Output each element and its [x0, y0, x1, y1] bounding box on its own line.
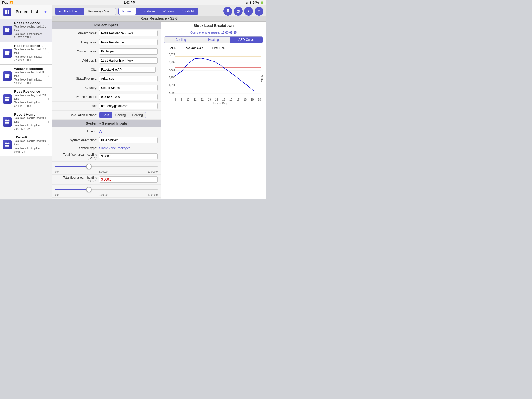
form-row-calc-method: Calculation method: Both Cooling Heating — [52, 111, 161, 120]
sidebar-item[interactable]: Ross Residence Total block cooling load:… — [0, 88, 52, 110]
room-by-room-mode-button[interactable]: Room-by-Room — [84, 8, 116, 15]
system-desc-input[interactable] — [99, 137, 158, 143]
chart-subtitle: Comprehensive results: 13:03 07-15 — [161, 30, 266, 35]
chart-tab-aed[interactable]: AED Curve — [230, 37, 263, 43]
tab-window[interactable]: Window — [159, 8, 178, 15]
info-button[interactable]: i — [244, 7, 253, 16]
email-label: Email: — [55, 104, 99, 108]
tab-envelope[interactable]: Envelope — [137, 8, 158, 15]
x-label: 13 — [208, 98, 211, 101]
phone-input[interactable] — [99, 94, 158, 100]
sidebar-item-content: Walker Residence Total block cooling loa… — [14, 67, 46, 85]
chart-tab-heating[interactable]: Heating — [197, 37, 230, 43]
help-button[interactable]: ? — [255, 7, 263, 16]
contact-name-input[interactable] — [99, 48, 158, 55]
sidebar-item-name: Ropert Home — [14, 112, 46, 116]
x-label: 9 — [181, 98, 182, 101]
chart-tabs: Cooling Heating AED Curve — [164, 36, 263, 43]
floor-area-heating-input[interactable] — [99, 176, 158, 183]
sidebar-item-cooling: Total block cooling load: 2.1 tons — [14, 25, 46, 32]
form-panel: Project Inputs Project name: Building na… — [52, 22, 161, 200]
y-label: 9,282 — [169, 61, 175, 64]
state-input[interactable] — [99, 76, 158, 82]
x-label: 17 — [236, 98, 239, 101]
system-inputs-header: System - General Inputs — [52, 120, 161, 127]
sidebar-item-name: Ross Residence - S1 — [14, 44, 46, 48]
svg-rect-1 — [8, 10, 9, 12]
sidebar-item[interactable]: Ross Residence - S2-3 Total block coolin… — [0, 19, 52, 42]
floor-area-heating-label: Total floor area – heating (SqFt): — [55, 176, 99, 183]
address-input[interactable] — [99, 57, 158, 64]
chevron-right-icon: › — [48, 29, 49, 32]
calc-heating-button[interactable]: Heating — [129, 112, 146, 118]
city-chevron-icon: › — [157, 68, 158, 71]
form-row-city: City: › — [52, 65, 161, 74]
project-icon — [3, 117, 12, 127]
chart-timestamp: 13:03 07-15 — [221, 31, 237, 34]
city-input[interactable] — [99, 66, 156, 73]
sidebar-item-heating: Total block heating load: 18,157.6 BTUh — [14, 78, 46, 85]
sidebar-item[interactable]: Ropert Home Total block cooling load: 0.… — [0, 110, 52, 133]
x-axis-labels: 8 9 10 11 12 13 14 15 16 17 — [175, 98, 261, 102]
chevron-right-icon: › — [48, 97, 49, 101]
form-row-system-type: System type: Single Zone Packaged... › — [52, 145, 161, 151]
status-right: ⊕ ✻ 94% 🔋 — [245, 1, 264, 4]
chart-legend: AED Average Gain Limit Line — [161, 45, 266, 51]
form-row-address: Address 1: — [52, 56, 161, 65]
sidebar-item[interactable]: Ross Residence - S1 Total block cooling … — [0, 42, 52, 65]
chevron-right-icon: › — [48, 143, 49, 147]
avg-gain-line-icon — [179, 48, 185, 48]
floor-cooling-slider-thumb[interactable] — [86, 164, 92, 169]
chart-button[interactable]: ◔ — [234, 7, 243, 16]
project-icon — [3, 94, 12, 104]
tab-skylight[interactable]: Skylight — [179, 8, 198, 15]
form-row-email: Email: — [52, 102, 161, 111]
sidebar-item[interactable]: Walker Residence Total block cooling loa… — [0, 65, 52, 88]
ipad-label: iPad — [2, 1, 8, 4]
sidebar-item-name: _Default — [14, 135, 46, 139]
country-input[interactable] — [99, 85, 158, 91]
y-axis: 10,829 9,282 7,735 6,188 4,641 3,094 — [163, 51, 175, 102]
sidebar-item-cooling: Total block cooling load: 0.0 tons — [14, 139, 46, 147]
email-input[interactable] — [99, 103, 158, 109]
legend-aed: AED — [164, 46, 176, 49]
chevron-right-icon: › — [48, 51, 49, 55]
form-row-phone: Phone number: — [52, 92, 161, 102]
calc-cooling-button[interactable]: Cooling — [112, 112, 129, 118]
aed-chart — [175, 51, 261, 98]
bluetooth-icon: ✻ — [249, 1, 252, 4]
sidebar-item-content: _Default Total block cooling load: 0.0 t… — [14, 135, 46, 154]
sidebar-item-heating: Total block heating load: 3,061.5 BTUh — [14, 124, 46, 131]
sidebar-item-content: Ross Residence Total block cooling load:… — [14, 90, 46, 108]
svg-rect-3 — [8, 12, 9, 14]
project-name-input[interactable] — [99, 30, 158, 36]
block-load-mode-button[interactable]: ✓ Block Load — [55, 8, 84, 15]
chart-tab-cooling[interactable]: Cooling — [164, 37, 197, 43]
sidebar-item-content: Ropert Home Total block cooling load: 0.… — [14, 112, 46, 131]
form-row-building-name: Building name: — [52, 38, 161, 47]
sidebar-item[interactable]: _Default Total block cooling load: 0.0 t… — [0, 133, 52, 156]
floor-cooling-slider-labels: 0.0 5,000.0 10,000.0 — [55, 170, 158, 173]
form-row-floor-heating: Total floor area – heating (SqFt): — [52, 175, 161, 185]
sidebar-title: Project List — [16, 10, 38, 14]
chart-header: Block Load Breakdown — [161, 22, 266, 30]
mode-toggle: ✓ Block Load Room-by-Room — [55, 8, 116, 15]
add-project-button[interactable]: + — [42, 9, 49, 15]
system-type-value[interactable]: Single Zone Packaged... — [99, 146, 157, 150]
x-label: 15 — [222, 98, 225, 101]
status-bar: iPad 📶 1:03 PM ⊕ ✻ 94% 🔋 — [0, 0, 266, 5]
sidebar-item-content: Ross Residence - S1 Total block cooling … — [14, 44, 46, 62]
calc-both-button[interactable]: Both — [99, 112, 112, 118]
tab-project[interactable]: Project — [119, 8, 136, 15]
y-label: 3,094 — [169, 91, 175, 94]
y-label: 10,829 — [167, 53, 175, 56]
building-name-input[interactable] — [99, 39, 158, 45]
app-icon — [3, 8, 11, 16]
chart-panel: Block Load Breakdown Comprehensive resul… — [161, 22, 266, 200]
floor-heating-slider-thumb[interactable] — [86, 187, 92, 192]
floor-area-cooling-input[interactable] — [99, 153, 158, 159]
x-label: 11 — [194, 98, 196, 101]
room-height-input[interactable] — [99, 199, 158, 200]
sidebar-item-cooling: Total block cooling load: 3.1 tons — [14, 71, 46, 78]
calculator-button[interactable]: 🖩 — [223, 7, 232, 16]
